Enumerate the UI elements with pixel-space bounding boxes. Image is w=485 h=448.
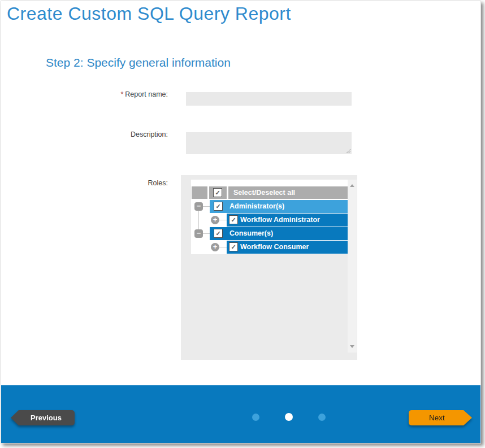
workflow-consumer-checkbox[interactable] bbox=[229, 242, 238, 251]
consumers-checkbox[interactable] bbox=[214, 229, 223, 238]
description-textarea[interactable] bbox=[186, 132, 352, 154]
description-field bbox=[186, 132, 352, 154]
select-all-checkbox[interactable] bbox=[213, 188, 222, 197]
report-name-input[interactable] bbox=[186, 92, 352, 106]
step-heading: Step 2: Specify general information bbox=[46, 56, 231, 69]
wizard-window: Create Custom SQL Query Report Step 2: S… bbox=[1, 1, 481, 443]
previous-button-wrap: Previous bbox=[11, 410, 75, 425]
scroll-down-icon[interactable] bbox=[350, 345, 354, 348]
next-button-wrap: Next bbox=[409, 410, 472, 425]
page-title: Create Custom SQL Query Report bbox=[7, 3, 291, 24]
role-row-label: Workflow Administrator bbox=[240, 214, 320, 227]
tree-connector-line bbox=[219, 220, 227, 220]
next-button[interactable]: Next bbox=[409, 410, 472, 425]
description-label: Description: bbox=[46, 131, 168, 138]
previous-button[interactable]: Previous bbox=[11, 410, 75, 425]
footer-bar: Previous Next bbox=[1, 385, 480, 443]
step-dot-1 bbox=[252, 414, 259, 421]
collapse-administrators-icon[interactable] bbox=[194, 202, 203, 211]
tree-connector-line bbox=[203, 206, 210, 207]
resize-handle-icon[interactable] bbox=[346, 149, 351, 154]
roles-label: Roles: bbox=[46, 179, 168, 187]
role-row-label: Administrator(s) bbox=[229, 200, 284, 213]
select-all-label: Select/Deselect all bbox=[228, 186, 348, 199]
workflow-administrator-checkbox[interactable] bbox=[229, 215, 238, 224]
tree-connector-line bbox=[219, 247, 227, 247]
required-marker: * bbox=[120, 90, 123, 98]
step-dot-3 bbox=[318, 414, 326, 421]
tree-connector-line bbox=[198, 211, 199, 229]
collapse-consumers-icon[interactable] bbox=[194, 229, 203, 238]
expand-workflow-consumer-icon[interactable] bbox=[211, 243, 219, 251]
administrators-checkbox[interactable] bbox=[214, 202, 223, 211]
role-row-administrators[interactable]: Administrator(s) bbox=[210, 200, 348, 213]
expand-workflow-administrator-icon[interactable] bbox=[211, 216, 219, 224]
report-name-label: *Report name: bbox=[46, 90, 168, 98]
roles-scrollbar[interactable] bbox=[348, 180, 357, 353]
roles-panel: Select/Deselect all Administrator(s) Wor… bbox=[181, 175, 357, 360]
role-row-workflow-administrator[interactable]: Workflow Administrator bbox=[227, 214, 348, 227]
scroll-up-icon[interactable] bbox=[350, 184, 354, 187]
step-dot-2-active bbox=[285, 413, 293, 421]
role-row-workflow-consumer[interactable]: Workflow Consumer bbox=[227, 241, 348, 254]
tree-connector-line bbox=[203, 233, 210, 234]
role-row-label: Consumer(s) bbox=[229, 227, 273, 240]
report-name-label-text: Report name: bbox=[125, 90, 168, 98]
role-row-consumers[interactable]: Consumer(s) bbox=[210, 227, 348, 240]
header-spacer-cell bbox=[192, 186, 207, 199]
header-checkbox-cell bbox=[209, 186, 227, 199]
role-row-label: Workflow Consumer bbox=[240, 241, 309, 254]
